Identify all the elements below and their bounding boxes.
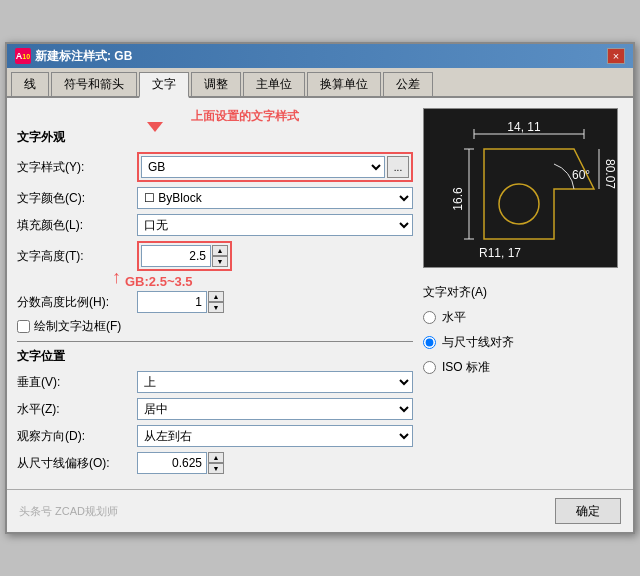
text-height-up-button[interactable]: ▲ bbox=[212, 245, 228, 256]
tab-line[interactable]: 线 bbox=[11, 72, 49, 96]
preview-box: 14, 11 16.6 80.07 60° bbox=[423, 108, 618, 268]
tab-text[interactable]: 文字 bbox=[139, 72, 189, 98]
svg-text:16.6: 16.6 bbox=[451, 187, 465, 211]
horizontal-row: 水平(Z): 居中 bbox=[17, 398, 413, 420]
fraction-height-down-button[interactable]: ▼ bbox=[208, 302, 224, 313]
text-height-spinner: ▲ ▼ bbox=[212, 245, 228, 267]
fraction-height-row: 分数高度比例(H): 1 ▲ ▼ bbox=[17, 291, 413, 313]
tab-tolerance[interactable]: 公差 bbox=[383, 72, 433, 96]
text-height-label: 文字高度(T): bbox=[17, 248, 137, 265]
alignment-group: 文字对齐(A) 水平 与尺寸线对齐 ISO 标准 bbox=[423, 284, 623, 384]
svg-text:60°: 60° bbox=[572, 168, 590, 182]
fill-color-label: 填充颜色(L): bbox=[17, 217, 137, 234]
watermark: 头条号 ZCAD规划师 bbox=[19, 504, 118, 519]
text-height-control: 2.5 ▲ ▼ bbox=[137, 241, 413, 271]
draw-frame-row: 绘制文字边框(F) bbox=[17, 318, 413, 335]
text-color-label: 文字颜色(C): bbox=[17, 190, 137, 207]
fraction-height-control: 1 ▲ ▼ bbox=[137, 291, 413, 313]
text-style-select[interactable]: GB bbox=[141, 156, 385, 178]
text-color-select[interactable]: ☐ ByBlock bbox=[137, 187, 413, 209]
svg-text:R11, 17: R11, 17 bbox=[479, 246, 521, 260]
right-panel: 14, 11 16.6 80.07 60° bbox=[423, 108, 623, 479]
horizontal-control: 居中 bbox=[137, 398, 413, 420]
align-dimension-line-label: 与尺寸线对齐 bbox=[442, 334, 514, 351]
horizontal-select[interactable]: 居中 bbox=[137, 398, 413, 420]
top-annotation: 上面设置的文字样式 bbox=[77, 108, 413, 125]
titlebar-title: A10 新建标注样式: GB bbox=[15, 48, 132, 65]
svg-text:80.07: 80.07 bbox=[603, 159, 617, 189]
fraction-height-input[interactable]: 1 bbox=[137, 291, 207, 313]
tab-symbols-arrows[interactable]: 符号和箭头 bbox=[51, 72, 137, 96]
offset-input[interactable]: 0.625 bbox=[137, 452, 207, 474]
section-placement-title: 文字位置 bbox=[17, 348, 413, 365]
offset-spinner: ▲ ▼ bbox=[208, 452, 224, 474]
tab-bar: 线 符号和箭头 文字 调整 主单位 换算单位 公差 bbox=[7, 68, 633, 98]
vertical-select[interactable]: 上 bbox=[137, 371, 413, 393]
fraction-height-label: 分数高度比例(H): bbox=[17, 294, 137, 311]
fill-color-control: 口无 bbox=[137, 214, 413, 236]
view-dir-select[interactable]: 从左到右 bbox=[137, 425, 413, 447]
fill-color-select[interactable]: 口无 bbox=[137, 214, 413, 236]
left-panel: 上面设置的文字样式 文字外观 文字样式(Y): GB ... bbox=[17, 108, 413, 479]
text-style-browse-button[interactable]: ... bbox=[387, 156, 409, 178]
preview-svg: 14, 11 16.6 80.07 60° bbox=[424, 109, 618, 268]
text-height-input[interactable]: 2.5 bbox=[141, 245, 211, 267]
align-iso-radio[interactable] bbox=[423, 361, 436, 374]
vertical-control: 上 bbox=[137, 371, 413, 393]
view-dir-label: 观察方向(D): bbox=[17, 428, 137, 445]
draw-frame-checkbox[interactable] bbox=[17, 320, 30, 333]
tab-primary-units[interactable]: 主单位 bbox=[243, 72, 305, 96]
gb-annotation: GB:2.5~3.5 bbox=[125, 274, 193, 289]
alignment-title: 文字对齐(A) bbox=[423, 284, 623, 301]
app-icon: A10 bbox=[15, 48, 31, 64]
align-dimension-line-row: 与尺寸线对齐 bbox=[423, 334, 623, 351]
main-dialog: A10 新建标注样式: GB × 线 符号和箭头 文字 调整 主单位 换算单位 … bbox=[5, 42, 635, 534]
text-color-row: 文字颜色(C): ☐ ByBlock bbox=[17, 187, 413, 209]
horizontal-label: 水平(Z): bbox=[17, 401, 137, 418]
draw-frame-label: 绘制文字边框(F) bbox=[34, 318, 121, 335]
offset-up-button[interactable]: ▲ bbox=[208, 452, 224, 463]
tab-alt-units[interactable]: 换算单位 bbox=[307, 72, 381, 96]
footer: 头条号 ZCAD规划师 确定 bbox=[7, 489, 633, 532]
fraction-height-spinner: ▲ ▼ bbox=[208, 291, 224, 313]
section-divider bbox=[17, 341, 413, 342]
view-dir-row: 观察方向(D): 从左到右 bbox=[17, 425, 413, 447]
align-iso-label: ISO 标准 bbox=[442, 359, 490, 376]
tab-adjust[interactable]: 调整 bbox=[191, 72, 241, 96]
vertical-label: 垂直(V): bbox=[17, 374, 137, 391]
fill-color-row: 填充颜色(L): 口无 bbox=[17, 214, 413, 236]
align-iso-row: ISO 标准 bbox=[423, 359, 623, 376]
offset-row: 从尺寸线偏移(O): 0.625 ▲ ▼ bbox=[17, 452, 413, 474]
align-dimension-line-radio[interactable] bbox=[423, 336, 436, 349]
align-horizontal-row: 水平 bbox=[423, 309, 623, 326]
view-dir-control: 从左到右 bbox=[137, 425, 413, 447]
text-style-row: 文字样式(Y): GB ... bbox=[17, 152, 413, 182]
align-horizontal-label: 水平 bbox=[442, 309, 466, 326]
text-style-label: 文字样式(Y): bbox=[17, 159, 137, 176]
section-appearance-title: 文字外观 bbox=[17, 129, 413, 146]
content-area: 上面设置的文字样式 文字外观 文字样式(Y): GB ... bbox=[7, 98, 633, 489]
text-style-control: GB ... bbox=[137, 152, 413, 182]
align-horizontal-radio[interactable] bbox=[423, 311, 436, 324]
text-height-down-button[interactable]: ▼ bbox=[212, 256, 228, 267]
ok-button[interactable]: 确定 bbox=[555, 498, 621, 524]
fraction-height-up-button[interactable]: ▲ bbox=[208, 291, 224, 302]
titlebar: A10 新建标注样式: GB × bbox=[7, 44, 633, 68]
offset-label: 从尺寸线偏移(O): bbox=[17, 455, 137, 472]
vertical-row: 垂直(V): 上 bbox=[17, 371, 413, 393]
close-button[interactable]: × bbox=[607, 48, 625, 64]
text-height-row: 文字高度(T): 2.5 ▲ ▼ bbox=[17, 241, 413, 271]
text-color-control: ☐ ByBlock bbox=[137, 187, 413, 209]
offset-down-button[interactable]: ▼ bbox=[208, 463, 224, 474]
offset-control: 0.625 ▲ ▼ bbox=[137, 452, 413, 474]
svg-text:14, 11: 14, 11 bbox=[507, 120, 541, 134]
